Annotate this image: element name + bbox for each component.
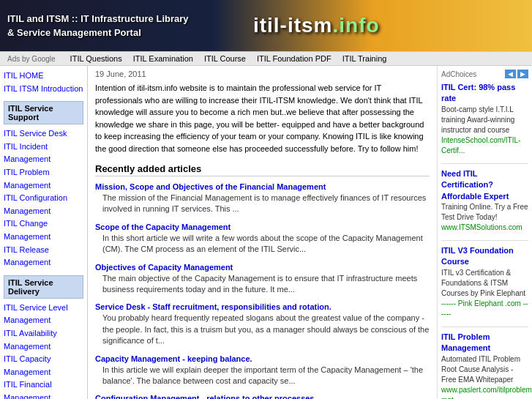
article-link-3[interactable]: Objectives of Capacity Management (95, 263, 233, 272)
ad-url-1: IntenseSchool.com/ITIL-Certif... (441, 135, 528, 156)
article-item-6: Configuration Management - relations to … (95, 394, 430, 399)
top-nav-itil-training[interactable]: ITIL Training (342, 54, 387, 63)
ad-desc-1: Boot-camp style I.T.I.L training Award-w… (441, 105, 528, 135)
top-navigation: Ads by Google ITIL Questions ITIL Examin… (0, 51, 532, 66)
article-item-1: Mission, Scope and Objectives of the Fin… (95, 182, 430, 215)
sidebar-top-links: ITIL HOME ITIL ITSM Introduction (4, 70, 83, 95)
top-nav-itil-questions[interactable]: ITIL Questions (70, 54, 122, 63)
sidebar: ITIL HOME ITIL ITSM Introduction ITIL Se… (0, 66, 88, 399)
article-link-1[interactable]: Mission, Scope and Objectives of the Fin… (95, 182, 326, 191)
article-item-2: Scope of the Capacity Management In this… (95, 223, 430, 256)
recently-added-heading: Recently added articles (95, 163, 430, 176)
ad-desc-3: ITIL v3 Certification & Foundations & IT… (441, 268, 528, 299)
sidebar-item-change-management[interactable]: ITIL Change Management (4, 217, 83, 243)
ad-title-4[interactable]: ITIL Problem Management (441, 332, 490, 352)
top-nav-itil-examination[interactable]: ITIL Examination (133, 54, 193, 63)
sidebar-item-problem-management[interactable]: ITIL Problem Management (4, 166, 83, 192)
main-layout: ITIL HOME ITIL ITSM Introduction ITIL Se… (0, 66, 532, 399)
ad-desc-4: Automated ITIL Problem Root Cause Analys… (441, 354, 528, 385)
ad-arrow-left[interactable]: ◀ (505, 70, 516, 78)
header-title: ITIL and ITSM :: IT Infrastructure Libra… (0, 12, 189, 40)
sidebar-item-configuration-management[interactable]: ITIL Configuration Management (4, 192, 83, 217)
sidebar-section-service-support: ITIL Service Support (4, 101, 83, 124)
main-intro-text: Intention of itil-itsm.info website is t… (95, 82, 430, 154)
article-link-4[interactable]: Service Desk - Staff recruitment, respon… (95, 302, 331, 311)
sidebar-item-itil-itsm-intro[interactable]: ITIL ITSM Introduction (4, 83, 83, 96)
top-nav-links: ITIL Questions ITIL Examination ITIL Cou… (63, 54, 394, 63)
ad-divider-3 (441, 327, 528, 327)
article-excerpt-1: The mission of the Financial Management … (95, 193, 430, 215)
ad-title-1[interactable]: ITIL Cert: 98% pass rate (441, 83, 515, 102)
ad-block-3: ITIL V3 Foundation Course ITIL v3 Certif… (441, 245, 528, 319)
sidebar-item-financial-management[interactable]: ITIL Financial Management (4, 379, 83, 399)
top-nav-itil-foundation-pdf[interactable]: ITIL Foundation PDF (257, 54, 331, 63)
ad-choices-label: AdChoices (441, 70, 476, 78)
sidebar-item-availability-management[interactable]: ITIL Availability Management (4, 327, 83, 353)
article-excerpt-5: In this article we will explain deeper t… (95, 365, 430, 387)
ad-nav-arrows: ◀ ▶ (505, 70, 528, 78)
ads-by-google-label: Ads by Google (0, 55, 63, 63)
article-excerpt-3: The main objective of the Capacity Manag… (95, 273, 430, 296)
ad-block-1: ITIL Cert: 98% pass rate Boot-camp style… (441, 82, 528, 156)
ad-block-2: Need ITIL Certification? Affordable Expe… (441, 168, 528, 233)
article-item-5: Capacity Management - keeping balance. I… (95, 354, 430, 387)
sidebar-item-itil-home[interactable]: ITIL HOME (4, 70, 83, 83)
top-nav-itil-course[interactable]: ITIL Course (204, 54, 246, 63)
article-link-5[interactable]: Capacity Management - keeping balance. (95, 354, 252, 363)
ad-title-2[interactable]: Need ITIL Certification? Affordable Expe… (441, 169, 509, 201)
article-link-6[interactable]: Configuration Management - relations to … (95, 394, 315, 399)
header: ITIL and ITSM :: IT Infrastructure Libra… (0, 0, 532, 51)
ad-divider-2 (441, 240, 528, 241)
header-logo: itil-itsm.info (189, 14, 444, 37)
sidebar-item-incident-management[interactable]: ITIL Incident Management (4, 141, 83, 166)
ad-arrow-right[interactable]: ▶ (517, 70, 528, 78)
ad-desc-2: Training Online. Try a Free Test Drive T… (441, 202, 528, 223)
article-excerpt-2: In this short article we will write a fe… (95, 233, 430, 256)
logo-text: itil-itsm (253, 14, 333, 37)
ad-url-4: www.paslert.com/itilproblem-mgt (441, 385, 528, 399)
sidebar-item-release-management[interactable]: ITIL Release Management (4, 244, 83, 269)
sidebar-item-service-level-management[interactable]: ITIL Service Level Management (4, 302, 83, 327)
sidebar-item-capacity-management[interactable]: ITIL Capacity Management (4, 353, 83, 379)
main-content: 19 June, 2011 Intention of itil-itsm.inf… (88, 66, 437, 399)
ad-divider-1 (441, 163, 528, 164)
logo-suffix: .info (332, 14, 379, 37)
ad-block-4: ITIL Problem Management Automated ITIL P… (441, 332, 528, 399)
article-item-4: Service Desk - Staff recruitment, respon… (95, 302, 430, 346)
sidebar-item-service-desk[interactable]: ITIL Service Desk (4, 127, 83, 141)
article-link-2[interactable]: Scope of the Capacity Management (95, 223, 231, 231)
header-line1: ITIL and ITSM :: IT Infrastructure Libra… (7, 13, 189, 24)
ad-url-2: www.ITSMSolutions.com (441, 223, 528, 233)
ad-url-3: ------ Pink Elephant .com ------ (441, 299, 528, 319)
article-item-3: Objectives of Capacity Management The ma… (95, 263, 430, 296)
ad-sidebar: AdChoices ◀ ▶ ITIL Cert: 98% pass rate B… (437, 66, 532, 399)
header-line2: & Service Management Portal (7, 27, 141, 38)
article-date: 19 June, 2011 (95, 70, 430, 78)
ad-choices-header: AdChoices ◀ ▶ (441, 70, 528, 78)
sidebar-section-service-delivery: ITIL Service Delivery (4, 275, 83, 299)
ad-title-3[interactable]: ITIL V3 Foundation Course (441, 246, 514, 266)
article-excerpt-4: You probably heard frequently repeated s… (95, 313, 430, 346)
